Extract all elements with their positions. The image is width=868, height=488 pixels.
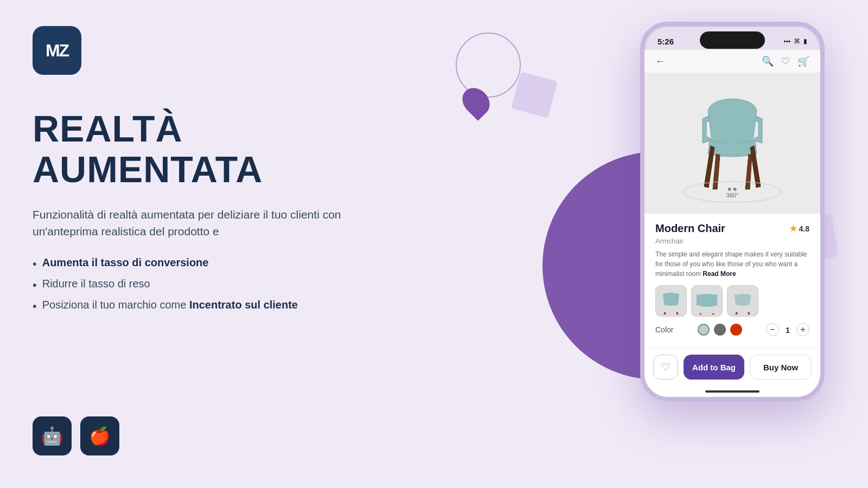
read-more-link[interactable]: Read More xyxy=(703,270,736,278)
android-badge[interactable]: 🤖 xyxy=(33,416,72,455)
quantity-control: − 1 + xyxy=(766,323,809,336)
ar-dot-2 xyxy=(733,188,737,191)
bullet-list: Aumenta il tasso di conversione Ridurre … xyxy=(33,256,401,313)
buy-now-button[interactable]: Buy Now xyxy=(750,355,812,380)
thumb-3[interactable] xyxy=(727,285,758,317)
qty-increase-button[interactable]: + xyxy=(796,323,809,336)
thumbnails xyxy=(655,285,809,317)
product-header: Modern Chair ★ 4.8 xyxy=(655,222,809,235)
android-icon: 🤖 xyxy=(41,426,63,446)
nav-icons-right: 🔍 ♡ 🛒 xyxy=(762,55,809,67)
thumb-1-img xyxy=(658,287,685,314)
thumb-2[interactable] xyxy=(691,285,723,317)
phone-screen: ← 🔍 ♡ 🛒 xyxy=(644,50,820,397)
list-item-3-bold: Incentrato sul cliente xyxy=(189,299,298,311)
store-badges: 🤖 🍎 xyxy=(33,416,119,455)
status-time: 5:26 xyxy=(658,37,674,46)
home-indicator xyxy=(644,386,820,397)
product-name: Modern Chair xyxy=(655,222,725,235)
list-item-1-text: Aumenta il tasso di conversione xyxy=(42,256,209,269)
color-quantity-row: Color − 1 + xyxy=(655,323,809,336)
product-image-area: 360° xyxy=(644,73,820,214)
phone-container: 5:26 ▪▪▪ ⌘ ▮ ← 🔍 ♡ 🛒 xyxy=(640,22,825,401)
action-bar: ♡ Add to Bag Buy Now xyxy=(644,348,820,386)
logo-box: MZ xyxy=(33,26,81,75)
star-icon: ★ xyxy=(789,223,797,234)
qty-decrease-button[interactable]: − xyxy=(766,323,779,336)
color-dots xyxy=(698,324,742,336)
color-dot-1[interactable] xyxy=(698,324,710,336)
color-label: Color xyxy=(655,325,673,334)
color-dot-2[interactable] xyxy=(714,324,726,336)
product-description: The simple and elegant shape makes it ve… xyxy=(655,249,809,279)
list-item-2: Ridurre il tasso di reso xyxy=(33,278,401,292)
back-icon[interactable]: ← xyxy=(655,56,665,67)
status-icons: ▪▪▪ ⌘ ▮ xyxy=(783,37,807,45)
list-item-2-text: Ridurre il tasso di reso xyxy=(42,278,150,290)
thumb-2-img xyxy=(693,287,720,314)
rating-value: 4.8 xyxy=(799,224,809,233)
subtitle: Funzionalità di realtà aumentata per del… xyxy=(33,206,380,240)
wifi-icon: ⌘ xyxy=(794,37,800,45)
list-item-3: Posiziona il tuo marchio come Incentrato… xyxy=(33,299,401,313)
product-category: Armchair xyxy=(655,237,809,245)
ar-360-label: 360° xyxy=(726,192,739,198)
list-item-1: Aumenta il tasso di conversione xyxy=(33,256,401,271)
quantity-value: 1 xyxy=(786,325,790,335)
ar-dot-1 xyxy=(728,188,731,191)
search-icon[interactable]: 🔍 xyxy=(762,55,774,67)
main-title: REALTÀ AUMENTATA xyxy=(33,108,401,190)
color-dot-3[interactable] xyxy=(730,324,742,336)
list-item-3-text: Posiziona il tuo marchio come Incentrato… xyxy=(42,299,298,311)
ar-dots xyxy=(728,188,737,191)
bag-nav-icon[interactable]: 🛒 xyxy=(797,55,809,67)
phone-nav: ← 🔍 ♡ 🛒 xyxy=(644,50,820,73)
logo-container: MZ xyxy=(33,26,81,75)
apple-icon: 🍎 xyxy=(89,426,111,446)
dynamic-island xyxy=(700,31,765,49)
logo-text: MZ xyxy=(46,41,68,61)
phone-frame: 5:26 ▪▪▪ ⌘ ▮ ← 🔍 ♡ 🛒 xyxy=(640,22,825,401)
bg-circle-small xyxy=(456,33,521,98)
heart-nav-icon[interactable]: ♡ xyxy=(781,55,790,67)
product-rating: ★ 4.8 xyxy=(789,223,809,234)
product-info: Modern Chair ★ 4.8 Armchair The simple a… xyxy=(644,214,820,348)
apple-badge[interactable]: 🍎 xyxy=(80,416,119,455)
left-content: REALTÀ AUMENTATA Funzionalità di realtà … xyxy=(33,108,401,320)
home-bar xyxy=(705,390,760,393)
thumb-1[interactable] xyxy=(655,285,687,317)
add-to-bag-button[interactable]: Add to Bag xyxy=(684,355,744,380)
wishlist-button[interactable]: ♡ xyxy=(653,355,678,380)
ar-controls: 360° xyxy=(726,188,739,198)
signal-icon: ▪▪▪ xyxy=(783,37,790,45)
battery-icon: ▮ xyxy=(803,37,807,45)
thumb-3-img xyxy=(729,287,756,314)
bg-rect1 xyxy=(511,72,558,118)
